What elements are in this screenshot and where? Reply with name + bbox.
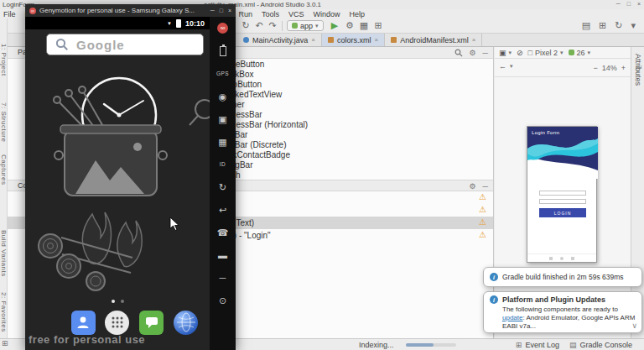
design-surface-select[interactable]: ▣▾ — [499, 49, 512, 57]
power-icon[interactable]: ⊙ — [219, 295, 226, 306]
genymotion-toolbar: ∞ GPS ◉ ▣ ▦ ID ↻ ↩ ☎ ▬ ─ ⊙ — [210, 17, 236, 350]
messaging-app-icon[interactable] — [139, 311, 164, 335]
search-icon — [55, 38, 69, 51]
rotate-screen-icon[interactable]: ↻ — [219, 182, 226, 192]
contacts-app-icon[interactable] — [71, 311, 96, 335]
undo-icon[interactable]: ↶ — [253, 20, 265, 31]
tab-colors-xml[interactable]: colors.xml × — [322, 34, 385, 46]
design-toolbar: ▣▾ ⊘ □Pixel 2▾ 26▾ — [495, 47, 631, 59]
close-icon[interactable]: × — [311, 36, 315, 44]
password-field[interactable] — [539, 199, 586, 204]
run-configuration-select[interactable]: app ▾ — [287, 20, 324, 31]
emulator-minimize-button[interactable]: ─ — [210, 8, 215, 13]
menu-vcs[interactable]: VCS — [288, 10, 304, 18]
event-log-button[interactable]: ⊞ Event Log — [516, 341, 559, 349]
more-actions-button[interactable]: ▾ — [631, 20, 636, 31]
updates-notification[interactable]: i Platform and Plugin Updates The follow… — [483, 291, 642, 333]
avd-manager-button[interactable]: ▤ — [582, 20, 590, 31]
app-drawer-icon[interactable] — [105, 311, 129, 335]
warning-icon: ⚠ — [479, 217, 486, 227]
sdk-manager-button[interactable]: ⊞ — [599, 20, 606, 31]
zoom-out-button[interactable]: − — [593, 64, 597, 72]
sidebar-item-build-variants[interactable]: Build Variants — [0, 230, 8, 277]
device-select[interactable]: □Pixel 2▾ — [528, 49, 564, 57]
gallery-icon[interactable]: ▣ — [218, 114, 226, 124]
chevron-down-icon: ▾ — [315, 23, 319, 29]
back-arrow-icon[interactable]: ← — [499, 62, 506, 71]
console-icon: ▤ — [569, 341, 577, 349]
gradle-build-notification[interactable]: i Gradle build finished in 2m 59s 639ms — [483, 267, 642, 287]
page-dot — [112, 300, 115, 303]
studio-close-button[interactable]: × — [637, 1, 641, 7]
sidebar-item-captures[interactable]: Captures — [0, 154, 8, 185]
left-toolwindow-strip: 1: Project 7: Structure Captures Build V… — [0, 18, 8, 338]
close-icon[interactable]: × — [375, 36, 379, 44]
sidebar-item-attributes[interactable]: Attributes — [634, 54, 642, 86]
page-indicator — [25, 300, 210, 303]
menu-tools[interactable]: Tools — [262, 10, 279, 18]
device-screen[interactable]: ▼ 10:10 Google — [25, 17, 210, 350]
emulator-maximize-button[interactable]: □ — [220, 8, 223, 13]
tab-androidmanifest-xml[interactable]: AndroidManifest.xml × — [385, 34, 482, 46]
remote-control-icon[interactable]: ▦ — [218, 137, 226, 147]
sidebar-item-favorites[interactable]: 2: Favorites — [0, 292, 8, 332]
preview-app-title: Login Form — [532, 130, 559, 135]
camera-icon[interactable]: ◉ — [219, 91, 227, 102]
device-status-bar: ▼ 10:10 — [25, 17, 210, 29]
call-icon[interactable]: ☎ — [217, 227, 229, 238]
zoom-in-button[interactable]: + — [621, 64, 626, 72]
layout-preview[interactable]: Login Form LOGIN — [527, 126, 597, 263]
gear-icon[interactable]: ⚙ — [470, 49, 476, 57]
gradle-sync-button[interactable]: ↻ — [615, 20, 622, 31]
sync-icon[interactable]: ↻ — [240, 20, 252, 31]
tab-mainactivity-java[interactable]: MainActivity.java × — [237, 34, 322, 46]
expand-notification-icon[interactable]: ∨ — [631, 321, 637, 330]
android-icon — [569, 50, 574, 55]
battery-icon[interactable] — [220, 46, 226, 56]
menu-window[interactable]: Window — [314, 10, 340, 18]
studio-maximize-button[interactable]: □ — [627, 1, 631, 7]
person-icon — [75, 315, 91, 330]
xml-file-icon — [391, 37, 397, 43]
toolwindow-switcher-icon[interactable]: ⊞ — [2, 339, 8, 347]
grid-dots-icon — [111, 316, 124, 329]
run-button[interactable]: ▶ — [329, 20, 340, 31]
gear-icon[interactable]: ⚙ — [470, 182, 476, 191]
login-button[interactable]: LOGIN — [539, 208, 586, 217]
preview-nav-bar — [527, 253, 596, 262]
sidebar-item-structure[interactable]: 7: Structure — [0, 102, 8, 142]
close-icon[interactable]: × — [472, 36, 476, 44]
search-icon[interactable] — [454, 49, 463, 57]
screenshot-icon[interactable]: ▬ — [218, 250, 227, 260]
studio-minimize-button[interactable]: ─ — [616, 1, 621, 7]
menu-run[interactable]: Run — [239, 10, 253, 18]
chevron-down-icon: ▾ — [509, 50, 512, 56]
menu-help[interactable]: Help — [350, 10, 366, 18]
profiler-button[interactable]: ⊞ — [372, 20, 384, 31]
volume-icon[interactable]: ─ — [220, 273, 226, 283]
gradle-console-button[interactable]: ▤ Gradle Console — [569, 341, 632, 349]
gps-icon[interactable]: GPS — [216, 69, 229, 79]
emulator-titlebar[interactable]: ∞ Genymotion for personal use - Samsung … — [25, 4, 236, 17]
orientation-icon[interactable]: ⊘ — [517, 49, 523, 57]
google-search-widget[interactable]: Google — [46, 34, 204, 55]
emulator-close-button[interactable]: × — [228, 8, 231, 13]
back-icon[interactable]: ↩ — [219, 205, 226, 215]
coverage-button[interactable]: ▦ — [358, 20, 370, 31]
update-link[interactable]: update — [502, 314, 522, 321]
chevron-down-icon: ▾ — [510, 63, 513, 70]
api-level-select[interactable]: 26▾ — [569, 49, 591, 57]
device-id-icon[interactable]: ID — [220, 159, 226, 170]
redo-icon[interactable]: ↷ — [267, 20, 278, 31]
sidebar-item-project[interactable]: 1: Project — [0, 44, 8, 76]
minimize-panel-icon[interactable]: ─ — [483, 49, 488, 57]
tab-label: AndroidManifest.xml — [400, 36, 469, 44]
browser-app-icon[interactable] — [174, 311, 198, 335]
info-icon: i — [490, 295, 498, 304]
info-icon: i — [490, 273, 498, 281]
debug-button[interactable]: ⚙ — [344, 20, 356, 31]
minimize-panel-icon[interactable]: ─ — [483, 182, 488, 191]
design-surface-icon: ▣ — [499, 49, 506, 57]
username-field[interactable] — [539, 191, 586, 196]
menu-file[interactable]: File — [3, 10, 16, 18]
